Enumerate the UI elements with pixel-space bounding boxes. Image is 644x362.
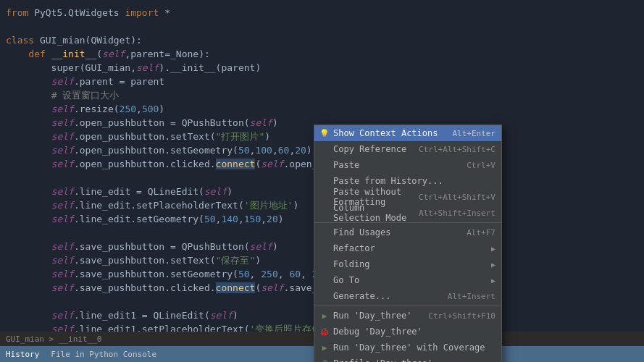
code-line: super(GUI_mian,self).__init__(parent): [6, 61, 644, 75]
menu-item-copy-reference[interactable]: Copy ReferenceCtrl+Alt+Shift+C: [314, 141, 501, 157]
menu-item-profile-day-three[interactable]: ⏱Profile 'Day_three': [314, 355, 501, 362]
menu-item-refactor[interactable]: Refactor▶: [314, 240, 501, 256]
menu-item-show-context-actions[interactable]: 💡Show Context ActionsAlt+Enter: [314, 125, 501, 141]
menu-label-find-usages: Find Usages: [333, 227, 461, 237]
menu-icon-generate: [319, 290, 330, 302]
context-menu: 💡Show Context ActionsAlt+EnterCopy Refer…: [314, 125, 502, 362]
menu-label-go-to: Go To: [333, 275, 491, 285]
menu-icon-refactor: [319, 243, 330, 254]
menu-icon-find-usages: [319, 227, 330, 238]
menu-label-debug-day-three: Debug 'Day_three': [333, 327, 495, 337]
menu-icon-paste: [319, 159, 330, 171]
code-line: # 设置窗口大小: [6, 88, 644, 102]
menu-item-generate[interactable]: Generate...Alt+Insert: [314, 288, 501, 304]
menu-label-run-coverage: Run 'Day_three' with Coverage: [333, 342, 495, 353]
menu-icon-paste-from-history: [319, 175, 330, 187]
menu-item-run-coverage[interactable]: ▶Run 'Day_three' with Coverage: [314, 340, 501, 355]
menu-label-paste-from-history: Paste from History...: [333, 176, 495, 186]
menu-item-folding[interactable]: Folding▶: [314, 256, 501, 272]
menu-label-profile-day-three: Profile 'Day_three': [333, 358, 495, 362]
code-line: self.resize(250,500): [6, 102, 644, 116]
code-line: from PyQt5.QtWidgets import *: [6, 6, 644, 20]
menu-shortcut-generate: Alt+Insert: [448, 292, 495, 301]
menu-item-paste[interactable]: PasteCtrl+V: [314, 157, 501, 173]
menu-item-find-usages[interactable]: Find UsagesAlt+F7: [314, 224, 501, 240]
menu-icon-run-day-three: ▶: [319, 310, 330, 321]
menu-icon-run-coverage: ▶: [319, 342, 330, 353]
file-in-python-console: File in Python Console: [51, 350, 156, 359]
menu-item-go-to[interactable]: Go To▶: [314, 272, 501, 288]
code-line: [6, 20, 644, 33]
menu-icon-paste-without-formatting: [319, 191, 330, 203]
code-line: self.parent = parent: [6, 75, 644, 88]
code-line: class GUI_mian(QWidget):: [6, 33, 644, 47]
menu-icon-copy-reference: [319, 143, 330, 155]
submenu-arrow-folding: ▶: [491, 261, 495, 269]
menu-item-run-day-three[interactable]: ▶Run 'Day_three'Ctrl+Shift+F10: [314, 308, 501, 324]
breadcrumb-text: GUI_mian > __init__0: [6, 334, 101, 344]
menu-label-copy-reference: Copy Reference: [333, 144, 413, 154]
menu-item-column-selection-mode[interactable]: Column Selection ModeAlt+Shift+Insert: [314, 205, 501, 221]
status-content: History File in Python Console: [6, 350, 156, 359]
menu-shortcut-run-day-three: Ctrl+Shift+F10: [428, 311, 495, 321]
menu-item-debug-day-three[interactable]: 🐞Debug 'Day_three': [314, 324, 501, 340]
menu-label-paste: Paste: [333, 160, 461, 170]
menu-icon-go-to: [319, 274, 330, 286]
menu-label-refactor: Refactor: [333, 243, 491, 253]
submenu-arrow-refactor: ▶: [491, 245, 495, 253]
menu-shortcut-column-selection-mode: Alt+Shift+Insert: [419, 209, 495, 218]
menu-icon-show-context-actions: 💡: [319, 127, 330, 139]
menu-shortcut-paste: Ctrl+V: [467, 161, 495, 170]
menu-shortcut-find-usages: Alt+F7: [467, 228, 495, 237]
menu-icon-debug-day-three: 🐞: [319, 326, 330, 337]
code-line: def __init__(self,parent=_None):: [6, 47, 644, 61]
history-label: History: [6, 350, 39, 359]
menu-label-column-selection-mode: Column Selection Mode: [333, 203, 413, 223]
menu-shortcut-paste-without-formatting: Ctrl+Alt+Shift+V: [419, 193, 495, 202]
menu-label-folding: Folding: [333, 259, 491, 269]
menu-shortcut-copy-reference: Ctrl+Alt+Shift+C: [419, 145, 495, 154]
submenu-arrow-go-to: ▶: [491, 277, 495, 285]
menu-separator: [314, 306, 501, 306]
menu-shortcut-show-context-actions: Alt+Enter: [452, 129, 495, 138]
menu-label-show-context-actions: Show Context Actions: [333, 128, 446, 138]
menu-icon-folding: [319, 258, 330, 270]
menu-icon-profile-day-three: ⏱: [319, 358, 330, 362]
menu-label-run-day-three: Run 'Day_three': [333, 311, 422, 321]
menu-icon-column-selection-mode: [319, 207, 330, 219]
menu-label-generate: Generate...: [333, 291, 442, 301]
